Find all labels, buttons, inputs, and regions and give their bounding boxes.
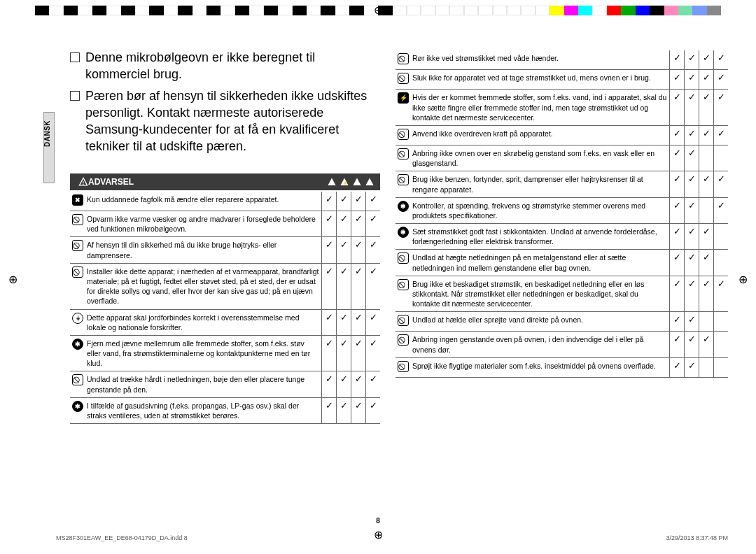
check-cell: ✓ bbox=[685, 90, 699, 126]
print-footer: MS28F301EAW_EE_DE68-04179D_DA.indd 8 3/2… bbox=[56, 534, 728, 541]
check-cell bbox=[714, 332, 729, 357]
check-cell: ✓ bbox=[337, 397, 351, 423]
prohibit-icon bbox=[398, 334, 409, 346]
checkmark-icon: ✓ bbox=[370, 239, 377, 250]
check-cell: ✓ bbox=[337, 192, 351, 211]
intro-block: Denne mikrobølgeovn er ikke beregnet til… bbox=[70, 49, 380, 159]
checkmark-icon: ✓ bbox=[340, 400, 348, 411]
svg-text:⚡: ⚡ bbox=[342, 180, 348, 185]
warning-triangle-icon: ! bbox=[78, 177, 88, 187]
intro-item: Pæren bør af hensyn til sikkerheden ikke… bbox=[70, 87, 380, 155]
checkmark-icon: ✓ bbox=[688, 278, 696, 289]
checkmark-icon: ✓ bbox=[326, 338, 333, 348]
rule-text: Fjern med jævne mellemrum alle fremmede … bbox=[85, 335, 322, 371]
footer-filename: MS28F301EAW_EE_DE68-04179D_DA.indd 8 bbox=[56, 534, 188, 541]
check-cell: ✓ bbox=[685, 312, 699, 332]
check-cell: ✓ bbox=[699, 276, 714, 312]
table-row: Kontroller, at spænding, frekvens og str… bbox=[396, 197, 728, 223]
check-cell: ✓ bbox=[351, 237, 366, 263]
checkmark-icon: ✓ bbox=[673, 360, 681, 371]
prohibit-icon bbox=[398, 53, 409, 64]
checkmark-icon: ✓ bbox=[370, 194, 377, 204]
checkmark-icon: ✓ bbox=[326, 266, 333, 276]
check-cell bbox=[714, 312, 729, 332]
check-cell bbox=[714, 145, 729, 171]
check-cell: ✓ bbox=[685, 171, 699, 197]
check-cell: ✓ bbox=[714, 90, 729, 126]
checkmark-icon: ✓ bbox=[355, 400, 363, 411]
rule-text: Anbring ikke ovnen over en skrøbelig gen… bbox=[411, 145, 670, 171]
rule-text: Kontroller, at spænding, frekvens og str… bbox=[411, 197, 670, 223]
checkmark-icon: ✓ bbox=[673, 92, 681, 102]
checkmark-icon: ✓ bbox=[326, 400, 333, 411]
prohibit-icon bbox=[398, 361, 409, 372]
checkmark-icon: ✓ bbox=[673, 72, 681, 83]
checkmark-icon: ✓ bbox=[355, 312, 363, 322]
check-cell: ✓ bbox=[351, 397, 366, 423]
action-icon bbox=[72, 401, 83, 412]
check-cell: ✓ bbox=[714, 197, 729, 223]
checkmark-icon: ✓ bbox=[340, 213, 348, 224]
checkmark-icon: ✓ bbox=[673, 128, 681, 138]
checkmark-icon: ✓ bbox=[688, 226, 696, 236]
check-cell: ✓ bbox=[685, 276, 699, 312]
check-cell: ✓ bbox=[714, 70, 729, 90]
checkmark-icon: ✓ bbox=[703, 173, 710, 184]
intro-text: Pæren bør af hensyn til sikkerheden ikke… bbox=[85, 87, 380, 155]
check-cell: ✓ bbox=[337, 371, 351, 397]
checkmark-icon: ✓ bbox=[703, 52, 710, 63]
check-cell bbox=[699, 357, 714, 377]
warning-header: ! ADVARSEL ⚡ bbox=[70, 173, 380, 190]
prohibit-icon bbox=[398, 129, 409, 140]
checkmark-icon: ✓ bbox=[355, 239, 363, 250]
table-row: Brug ikke et beskadiget strømstik, en be… bbox=[396, 276, 728, 312]
checkmark-icon: ✓ bbox=[673, 173, 681, 184]
checkmark-icon: ✓ bbox=[340, 239, 348, 250]
svg-marker-2 bbox=[328, 178, 335, 185]
check-cell: ✓ bbox=[699, 70, 714, 90]
table-row: Rør ikke ved strømstikket med våde hænde… bbox=[396, 50, 728, 70]
check-cell: ✓ bbox=[714, 276, 729, 312]
checkmark-icon: ✓ bbox=[370, 213, 377, 224]
prohibit-icon bbox=[398, 279, 409, 290]
check-cell bbox=[714, 224, 729, 250]
check-cell: ✓ bbox=[322, 237, 337, 263]
checkmark-icon: ✓ bbox=[355, 213, 363, 224]
check-cell: ✓ bbox=[670, 332, 685, 357]
checkmark-icon: ✓ bbox=[673, 334, 681, 344]
registration-mark-icon: ⊕ bbox=[374, 3, 383, 17]
warning-triangle-icon bbox=[327, 177, 337, 187]
check-cell: ✓ bbox=[685, 332, 699, 357]
check-cell: ✓ bbox=[699, 125, 714, 145]
rule-text: Opvarm ikke varme væsker og andre madvar… bbox=[85, 211, 322, 237]
check-cell: ✓ bbox=[337, 309, 351, 335]
rule-text: Hvis der er kommet fremmede stoffer, som… bbox=[411, 90, 670, 126]
table-row: Anvend ikke overdreven kraft på apparate… bbox=[396, 125, 728, 145]
check-cell: ✓ bbox=[322, 263, 337, 309]
checkmark-icon: ✓ bbox=[673, 148, 681, 158]
checkmark-icon: ✓ bbox=[718, 72, 725, 83]
check-cell: ✓ bbox=[699, 250, 714, 276]
check-cell: ✓ bbox=[337, 263, 351, 309]
prohibit-icon bbox=[72, 214, 83, 225]
checkmark-icon: ✓ bbox=[703, 92, 710, 102]
checkmark-icon: ✓ bbox=[718, 92, 725, 102]
table-row: Dette apparat skal jordforbindes korrekt… bbox=[70, 309, 380, 335]
check-cell: ✓ bbox=[366, 309, 381, 335]
table-row: Undlad at trække hårdt i netledningen, b… bbox=[70, 371, 380, 397]
checkmark-icon: ✓ bbox=[673, 314, 681, 325]
check-cell bbox=[714, 250, 729, 276]
checkmark-icon: ✓ bbox=[688, 72, 696, 83]
check-cell: ✓ bbox=[351, 211, 366, 237]
checkmark-icon: ✓ bbox=[718, 173, 725, 184]
checkmark-icon: ✓ bbox=[370, 400, 377, 411]
checkmark-icon: ✓ bbox=[703, 72, 710, 83]
check-cell: ✓ bbox=[337, 335, 351, 371]
checkmark-icon: ✓ bbox=[355, 194, 363, 204]
check-cell: ✓ bbox=[685, 357, 699, 377]
check-cell: ✓ bbox=[366, 237, 381, 263]
check-cell: ✓ bbox=[699, 171, 714, 197]
check-cell: ✓ bbox=[670, 171, 685, 197]
prohibit-icon bbox=[398, 315, 409, 326]
page-content: Denne mikrobølgeovn er ikke beregnet til… bbox=[70, 49, 728, 512]
